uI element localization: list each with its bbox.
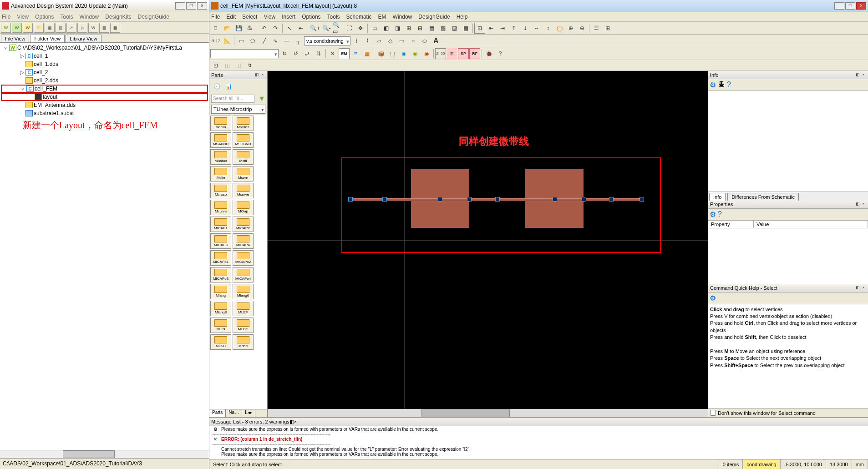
zoom-rect-icon[interactable]: 🔍▭ xyxy=(332,23,343,34)
part-mgap[interactable]: MGap xyxy=(233,200,254,215)
lmenu-view[interactable]: View xyxy=(264,14,275,20)
ortho-icon[interactable]: ┐ xyxy=(293,35,304,46)
lmenu-insert[interactable]: Insert xyxy=(282,14,295,20)
layers-icon[interactable]: ☰ xyxy=(591,23,602,34)
part-mlang6[interactable]: Mlang6 xyxy=(233,284,254,299)
help2-icon[interactable]: ? xyxy=(727,81,731,89)
help-header[interactable]: Command Quick Help - Select ◧× xyxy=(708,284,868,292)
lmenu-select[interactable]: Select xyxy=(242,14,257,20)
straight-icon[interactable]: — xyxy=(281,35,292,46)
parts-tab-0[interactable]: Parts xyxy=(209,409,226,417)
layout-minimize-button[interactable]: _ xyxy=(834,2,844,10)
print2-icon[interactable]: 🖶 xyxy=(718,81,725,89)
help3-icon[interactable]: ? xyxy=(718,210,722,219)
pin-9[interactable] xyxy=(640,197,644,202)
align-r-icon[interactable]: ⇥ xyxy=(497,23,508,34)
info-pin-icon[interactable]: ◧ xyxy=(855,72,860,78)
parts-header[interactable]: Parts ◧× xyxy=(209,71,267,79)
tb3-k[interactable]: ◉ xyxy=(410,48,421,59)
sp-button[interactable]: SP xyxy=(458,48,469,59)
bug-icon[interactable]: 🐞 xyxy=(483,48,494,59)
workspace-icon[interactable]: W xyxy=(1,23,11,33)
part-mrind[interactable]: Mrind xyxy=(233,334,254,350)
close-button[interactable]: × xyxy=(197,2,207,10)
part-micap2[interactable]: MICAP2 xyxy=(233,217,254,232)
folder-icon[interactable]: 📁 xyxy=(34,23,44,33)
tb3-l[interactable]: ◉ xyxy=(421,48,432,59)
tb3-b[interactable]: ↺ xyxy=(290,48,301,59)
message-line[interactable]: ✕ERROR: (column 1 in de_stretch_tlin) xyxy=(212,437,865,442)
main-title-bar[interactable]: Advanced Design System 2020 Update 2 (Ma… xyxy=(0,0,209,12)
tb-btn-2[interactable]: W xyxy=(12,23,22,33)
lmenu-designguide[interactable]: DesignGuide xyxy=(418,14,450,20)
message-line[interactable]: ⚙Please make sure the expression is form… xyxy=(212,427,865,432)
menu-designguide[interactable]: DesignGuide xyxy=(138,14,169,20)
parts-close-icon[interactable]: × xyxy=(260,72,265,78)
redo-icon[interactable]: ↷ xyxy=(270,23,281,34)
gear3-icon[interactable]: ⚙ xyxy=(710,294,716,302)
props-header[interactable]: Properties ◧× xyxy=(708,201,868,209)
layer-combo[interactable]: v,s cond:drawing xyxy=(304,36,350,45)
part-mbstub[interactable]: MBstub xyxy=(210,149,231,165)
prop-col-property[interactable]: Property xyxy=(708,221,754,228)
layout-title-bar[interactable]: cell_FEM [MyFirstLayout_lib:cell_FEM:lay… xyxy=(209,0,868,12)
tb4-d[interactable]: ↯ xyxy=(244,60,255,71)
menu-tools[interactable]: Tools xyxy=(61,14,73,20)
em-button[interactable]: EM xyxy=(339,48,350,59)
path-tool-icon[interactable]: ∿ xyxy=(270,35,281,46)
lmenu-em[interactable]: EM xyxy=(378,14,386,20)
part-micap3[interactable]: MICAP3 xyxy=(210,233,231,249)
undo-icon[interactable]: ↶ xyxy=(259,23,269,34)
part-mcfil[interactable]: Mcfil xyxy=(233,149,254,165)
part-micapo4[interactable]: MICAPo4 xyxy=(233,267,254,282)
part-msobnd[interactable]: MSOBND xyxy=(233,132,254,148)
part-msabnd[interactable]: MSABND xyxy=(210,132,231,148)
tree-item-cell-1[interactable]: ▷Ccell_1 xyxy=(1,52,208,60)
part-mloc[interactable]: MLOC xyxy=(233,318,254,333)
layout-maximize-button[interactable]: ☐ xyxy=(845,2,855,10)
menu-designkits[interactable]: DesignKits xyxy=(105,14,131,20)
minimize-button[interactable]: _ xyxy=(175,2,185,10)
line-tool-icon[interactable]: ╱ xyxy=(259,35,269,46)
pin-2[interactable] xyxy=(382,197,387,202)
text-tool-icon[interactable]: A xyxy=(431,35,442,46)
rect-tool-icon[interactable]: ▭ xyxy=(236,35,247,46)
props-body[interactable]: Property Value xyxy=(708,221,868,284)
parts-tab-2[interactable]: L◂▸ xyxy=(242,409,255,417)
prop-col-value[interactable]: Value xyxy=(754,221,868,228)
tb-btn-i[interactable]: ▩ xyxy=(460,23,471,34)
end-icon[interactable]: ⇤ xyxy=(295,23,306,34)
tb3-h[interactable]: 📦 xyxy=(376,48,386,59)
parts-grid[interactable]: MaclinMaclin3MSABNDMSOBNDMBstubMcfilMcli… xyxy=(209,115,267,409)
pin-3[interactable] xyxy=(438,197,442,202)
part-mlang8[interactable]: Mlang8 xyxy=(210,301,231,316)
tb-btn-g[interactable]: ▧ xyxy=(437,23,448,34)
menu-view[interactable]: View xyxy=(17,14,29,20)
tb-btn-6[interactable]: ▧ xyxy=(56,23,66,33)
message-line[interactable]: Cannot stretch transmission line: Could … xyxy=(212,447,865,452)
help-checkbox-row[interactable]: Don't show this window for Select comman… xyxy=(708,408,868,417)
lmenu-tools[interactable]: Tools xyxy=(327,14,340,20)
align-b-icon[interactable]: ⤓ xyxy=(520,23,531,34)
ellipse-icon[interactable]: ⬭ xyxy=(419,35,430,46)
tb-btn-3[interactable]: W xyxy=(23,23,33,33)
pin-8[interactable] xyxy=(609,197,614,202)
help-checkbox[interactable] xyxy=(710,410,716,416)
tab-file-view[interactable]: File View xyxy=(1,35,29,42)
pin-1[interactable] xyxy=(348,197,353,202)
tb-btn-10[interactable]: ▨ xyxy=(99,23,109,33)
tb4-b[interactable]: ◫ xyxy=(222,60,233,71)
lmenu-file[interactable]: File xyxy=(211,14,220,20)
grid-icon[interactable]: ⊞ xyxy=(602,23,613,34)
tree-item-em-antenna-dds[interactable]: EM_Antenna.dds xyxy=(1,101,208,109)
tb-btn-a[interactable]: ▭ xyxy=(369,23,380,34)
play-icon[interactable]: ▷ xyxy=(77,23,87,33)
part-mclin[interactable]: Mclin xyxy=(210,166,231,182)
props-pin-icon[interactable]: ◧ xyxy=(855,202,860,207)
folder-tree[interactable]: ▿ W C:\ADS\02_Workspace\01_ADS\ADS2020_T… xyxy=(0,43,209,450)
status-layer[interactable]: cond:drawing xyxy=(743,459,780,469)
message-list-header[interactable]: Message List - 3 errors, 2 warnings ◧× xyxy=(209,418,868,426)
measure-icon[interactable]: 📐 xyxy=(222,35,233,46)
tb-btn-b[interactable]: ◧ xyxy=(381,23,391,34)
part-maclin3[interactable]: Maclin3 xyxy=(233,116,254,131)
